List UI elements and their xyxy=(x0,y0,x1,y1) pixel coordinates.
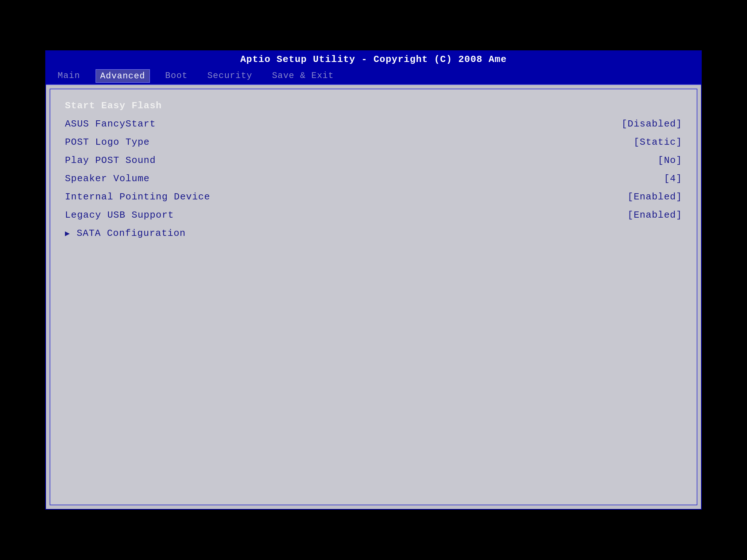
menu-row-legacy-usb-support[interactable]: Legacy USB Support[Enabled] xyxy=(58,206,689,224)
menu-label-speaker-volume: Speaker Volume xyxy=(65,173,150,184)
menu-label-legacy-usb-support: Legacy USB Support xyxy=(65,210,174,221)
menu-label-start-easy-flash: Start Easy Flash xyxy=(65,100,162,111)
menu-label-asus-fancystart: ASUS FancyStart xyxy=(65,118,156,129)
menu-label-text-sata-configuration: SATA Configuration xyxy=(77,228,186,239)
menu-value-speaker-volume: [4] xyxy=(664,173,682,184)
menu-row-asus-fancystart[interactable]: ASUS FancyStart[Disabled] xyxy=(58,115,689,133)
menu-label-internal-pointing-device: Internal Pointing Device xyxy=(65,191,210,202)
menu-row-sata-configuration[interactable]: ▶SATA Configuration xyxy=(58,224,689,242)
menu-row-speaker-volume[interactable]: Speaker Volume[4] xyxy=(58,170,689,188)
menu-value-asus-fancystart: [Disabled] xyxy=(622,118,682,129)
menu-row-post-logo-type[interactable]: POST Logo Type[Static] xyxy=(58,133,689,151)
bios-window: Aptio Setup Utility - Copyright (C) 2008… xyxy=(45,50,702,510)
header-bar: Aptio Setup Utility - Copyright (C) 2008… xyxy=(46,51,701,68)
content-area: Start Easy FlashASUS FancyStart[Disabled… xyxy=(50,89,697,505)
menu-label-play-post-sound: Play POST Sound xyxy=(65,155,156,166)
nav-item-advanced[interactable]: Advanced xyxy=(96,69,150,83)
nav-item-save-exit[interactable]: Save & Exit xyxy=(268,69,338,83)
nav-bar: MainAdvancedBootSecuritySave & Exit xyxy=(46,68,701,85)
screen-bezel: Aptio Setup Utility - Copyright (C) 2008… xyxy=(23,28,724,532)
menu-label-post-logo-type: POST Logo Type xyxy=(65,137,150,148)
menu-label-text-start-easy-flash: Start Easy Flash xyxy=(65,100,162,111)
submenu-arrow-icon: ▶ xyxy=(65,229,70,238)
menu-list: Start Easy FlashASUS FancyStart[Disabled… xyxy=(58,97,689,497)
menu-label-text-post-logo-type: POST Logo Type xyxy=(65,137,150,148)
header-title: Aptio Setup Utility - Copyright (C) 2008… xyxy=(240,54,507,65)
menu-row-play-post-sound[interactable]: Play POST Sound[No] xyxy=(58,151,689,170)
menu-row-internal-pointing-device[interactable]: Internal Pointing Device[Enabled] xyxy=(58,188,689,206)
menu-value-internal-pointing-device: [Enabled] xyxy=(628,191,682,202)
nav-item-security[interactable]: Security xyxy=(203,69,256,83)
menu-value-post-logo-type: [Static] xyxy=(634,137,682,148)
menu-label-text-speaker-volume: Speaker Volume xyxy=(65,173,150,184)
menu-label-text-asus-fancystart: ASUS FancyStart xyxy=(65,118,156,129)
menu-label-text-legacy-usb-support: Legacy USB Support xyxy=(65,210,174,221)
nav-item-boot[interactable]: Boot xyxy=(161,69,192,83)
menu-row-start-easy-flash[interactable]: Start Easy Flash xyxy=(58,97,689,115)
menu-label-sata-configuration: ▶SATA Configuration xyxy=(65,228,186,239)
menu-label-text-play-post-sound: Play POST Sound xyxy=(65,155,156,166)
nav-item-main[interactable]: Main xyxy=(53,69,85,83)
menu-value-legacy-usb-support: [Enabled] xyxy=(628,210,682,221)
menu-label-text-internal-pointing-device: Internal Pointing Device xyxy=(65,191,210,202)
menu-value-play-post-sound: [No] xyxy=(658,155,682,166)
